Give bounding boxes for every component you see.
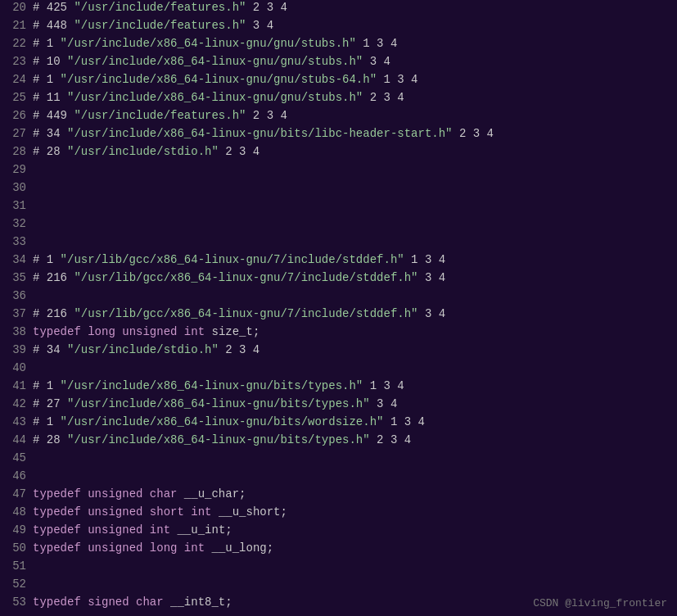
line-number: 21 (3, 19, 26, 32)
table-row: 50typedef unsigned long int __u_long; (0, 541, 677, 559)
line-number: 45 (3, 451, 26, 464)
table-row: 21# 448 "/usr/include/features.h" 3 4 (0, 18, 677, 36)
table-row: 51 (0, 559, 677, 577)
table-row: 40 (0, 360, 677, 378)
line-number: 50 (3, 541, 26, 555)
line-content: typedef unsigned int __u_int; (33, 523, 232, 537)
table-row: 32 (0, 216, 677, 234)
line-content: # 28 "/usr/include/x86_64-linux-gnu/bits… (33, 433, 411, 446)
line-content: # 1 "/usr/include/x86_64-linux-gnu/gnu/s… (33, 73, 418, 86)
line-number: 53 (3, 596, 26, 609)
line-number: 43 (3, 415, 26, 428)
table-row: 24# 1 "/usr/include/x86_64-linux-gnu/gnu… (0, 72, 677, 90)
line-number: 36 (3, 289, 26, 302)
table-row: 34# 1 "/usr/lib/gcc/x86_64-linux-gnu/7/i… (0, 252, 677, 270)
line-number: 33 (3, 235, 26, 248)
line-number: 32 (3, 217, 26, 230)
line-number: 22 (3, 37, 26, 50)
line-content: # 11 "/usr/include/x86_64-linux-gnu/gnu/… (33, 91, 404, 104)
line-number: 49 (3, 523, 26, 537)
line-number: 37 (3, 307, 26, 320)
line-number: 41 (3, 379, 26, 392)
table-row: 20# 425 "/usr/include/features.h" 2 3 4 (0, 0, 677, 18)
table-row: 38typedef long unsigned int size_t; (0, 324, 677, 342)
line-content: typedef unsigned long int __u_long; (33, 541, 273, 555)
line-number: 30 (3, 181, 26, 194)
line-content: # 448 "/usr/include/features.h" 3 4 (33, 19, 273, 32)
table-row: 36 (0, 288, 677, 306)
line-number: 42 (3, 397, 26, 410)
table-row: 25# 11 "/usr/include/x86_64-linux-gnu/gn… (0, 90, 677, 108)
line-content: # 425 "/usr/include/features.h" 2 3 4 (33, 1, 287, 14)
line-content: # 10 "/usr/include/x86_64-linux-gnu/gnu/… (33, 55, 390, 68)
line-content: # 28 "/usr/include/stdio.h" 2 3 4 (33, 145, 260, 158)
line-number: 35 (3, 271, 26, 284)
table-row: 33 (0, 234, 677, 252)
table-row: 43# 1 "/usr/include/x86_64-linux-gnu/bit… (0, 414, 677, 433)
table-row: 44# 28 "/usr/include/x86_64-linux-gnu/bi… (0, 433, 677, 451)
table-row: 35# 216 "/usr/lib/gcc/x86_64-linux-gnu/7… (0, 270, 677, 288)
table-row: 28# 28 "/usr/include/stdio.h" 2 3 4 (0, 144, 677, 162)
table-row: 26# 449 "/usr/include/features.h" 2 3 4 (0, 108, 677, 126)
table-row: 48typedef unsigned short int __u_short; (0, 505, 677, 523)
line-number: 26 (3, 109, 26, 122)
table-row: 47typedef unsigned char __u_char; (0, 487, 677, 505)
table-row: 22# 1 "/usr/include/x86_64-linux-gnu/gnu… (0, 36, 677, 54)
table-row: 41# 1 "/usr/include/x86_64-linux-gnu/bit… (0, 378, 677, 396)
line-number: 47 (3, 487, 26, 500)
line-content: # 1 "/usr/lib/gcc/x86_64-linux-gnu/7/inc… (33, 253, 445, 266)
line-number: 29 (3, 163, 26, 176)
line-number: 20 (3, 1, 26, 14)
line-number: 51 (3, 559, 26, 573)
line-number: 46 (3, 469, 26, 482)
line-number: 40 (3, 361, 26, 374)
table-row: 42# 27 "/usr/include/x86_64-linux-gnu/bi… (0, 396, 677, 414)
table-row: 23# 10 "/usr/include/x86_64-linux-gnu/gn… (0, 54, 677, 72)
table-row: 49typedef unsigned int __u_int; (0, 523, 677, 541)
line-content: # 216 "/usr/lib/gcc/x86_64-linux-gnu/7/i… (33, 271, 445, 284)
line-content: typedef unsigned char __u_char; (33, 487, 246, 500)
line-number: 34 (3, 253, 26, 266)
line-content: # 1 "/usr/include/x86_64-linux-gnu/bits/… (33, 379, 404, 392)
line-number: 52 (3, 578, 26, 591)
line-content: typedef long unsigned int size_t; (33, 325, 260, 338)
watermark: CSDN @living_frontier (533, 597, 667, 609)
table-row: 52 (0, 577, 677, 595)
line-content: # 27 "/usr/include/x86_64-linux-gnu/bits… (33, 397, 397, 410)
table-row: 39# 34 "/usr/include/stdio.h" 2 3 4 (0, 342, 677, 360)
line-number: 27 (3, 127, 26, 140)
line-number: 23 (3, 55, 26, 68)
table-row: 30 (0, 180, 677, 198)
line-content: # 34 "/usr/include/stdio.h" 2 3 4 (33, 343, 260, 356)
line-number: 39 (3, 343, 26, 356)
line-content: # 34 "/usr/include/x86_64-linux-gnu/bits… (33, 127, 494, 140)
line-content: # 1 "/usr/include/x86_64-linux-gnu/bits/… (33, 415, 425, 428)
table-row: 29 (0, 162, 677, 180)
line-number: 25 (3, 91, 26, 104)
table-row: 27# 34 "/usr/include/x86_64-linux-gnu/bi… (0, 126, 677, 144)
line-content: # 1 "/usr/include/x86_64-linux-gnu/gnu/s… (33, 37, 397, 50)
line-content: # 216 "/usr/lib/gcc/x86_64-linux-gnu/7/i… (33, 307, 445, 320)
line-number: 48 (3, 505, 26, 519)
code-editor: 20# 425 "/usr/include/features.h" 2 3 42… (0, 0, 677, 616)
line-number: 31 (3, 199, 26, 212)
table-row: 46 (0, 469, 677, 487)
line-number: 24 (3, 73, 26, 86)
line-number: 38 (3, 325, 26, 338)
line-number: 28 (3, 145, 26, 158)
table-row: 31 (0, 198, 677, 216)
line-number: 44 (3, 433, 26, 446)
table-row: 37# 216 "/usr/lib/gcc/x86_64-linux-gnu/7… (0, 306, 677, 324)
line-content: typedef signed char __int8_t; (33, 596, 232, 609)
table-row: 45 (0, 451, 677, 469)
line-content: typedef unsigned short int __u_short; (33, 505, 287, 519)
line-content: # 449 "/usr/include/features.h" 2 3 4 (33, 109, 287, 122)
